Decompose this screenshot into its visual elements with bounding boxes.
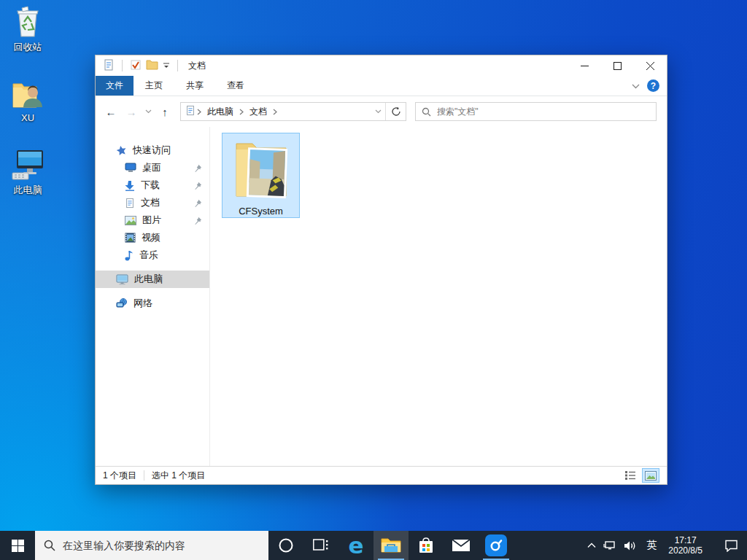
desktop-icon bbox=[125, 163, 136, 173]
minimize-button[interactable] bbox=[568, 55, 601, 76]
folder-thumbnail-icon bbox=[228, 138, 295, 204]
expand-ribbon-button[interactable] bbox=[632, 81, 640, 91]
music-icon bbox=[125, 250, 133, 261]
sidebar-item-desktop[interactable]: 桌面 bbox=[96, 159, 209, 176]
file-explorer-button[interactable] bbox=[374, 531, 409, 560]
sidebar-item-network[interactable]: 网络 bbox=[96, 295, 209, 312]
desktop-icon-xu[interactable]: XU bbox=[1, 77, 54, 123]
store-icon bbox=[418, 537, 434, 554]
network-icon bbox=[116, 298, 128, 308]
explorer-window: 文档 文件 主页 共享 查看 bbox=[95, 55, 667, 485]
caption-buttons bbox=[568, 55, 667, 76]
tab-home[interactable]: 主页 bbox=[133, 76, 174, 96]
sidebar-item-quick-access[interactable]: 快速访问 bbox=[96, 141, 209, 159]
file-explorer-icon bbox=[381, 537, 401, 553]
action-center-button[interactable] bbox=[716, 531, 747, 560]
explorer-search-input[interactable] bbox=[437, 106, 650, 117]
desktop-icon-label: XU bbox=[1, 112, 54, 123]
desktop-wallpaper: 回收站 XU bbox=[0, 0, 747, 560]
sidebar-item-this-pc[interactable]: 此电脑 bbox=[96, 271, 209, 288]
sidebar-label: 快速访问 bbox=[133, 144, 171, 157]
crumb-chevron-icon bbox=[273, 109, 277, 115]
address-bar[interactable]: 此电脑 文档 bbox=[180, 102, 406, 121]
crumb-chevron-icon bbox=[239, 109, 244, 115]
tab-view[interactable]: 查看 bbox=[215, 76, 256, 96]
large-icons-view-button[interactable] bbox=[642, 468, 659, 483]
sidebar-label: 此电脑 bbox=[134, 273, 163, 286]
start-button[interactable] bbox=[0, 531, 35, 560]
window-title: 文档 bbox=[188, 60, 206, 72]
status-bar: 1 个项目 选中 1 个项目 bbox=[96, 466, 667, 484]
download-icon bbox=[125, 180, 135, 191]
sidebar-label: 桌面 bbox=[142, 161, 161, 174]
file-list-area[interactable]: CFSystem bbox=[210, 127, 667, 466]
tab-file[interactable]: 文件 bbox=[96, 76, 133, 96]
sidebar-item-pictures[interactable]: 图片 bbox=[96, 211, 209, 229]
mail-button[interactable] bbox=[444, 531, 479, 560]
address-dropdown-button[interactable] bbox=[371, 103, 385, 120]
input-language-indicator[interactable]: 英 bbox=[640, 531, 662, 560]
separator bbox=[122, 60, 123, 71]
sidebar-label: 网络 bbox=[133, 297, 152, 310]
separator bbox=[144, 470, 144, 481]
forward-button[interactable]: → bbox=[122, 102, 141, 121]
edge-icon: e bbox=[348, 534, 363, 557]
mail-icon bbox=[452, 539, 471, 552]
tab-share[interactable]: 共享 bbox=[174, 76, 215, 96]
close-button[interactable] bbox=[634, 55, 667, 76]
tray-expand-button[interactable] bbox=[584, 531, 600, 560]
back-button[interactable]: ← bbox=[101, 102, 120, 121]
breadcrumb-documents[interactable]: 文档 bbox=[245, 103, 271, 120]
refresh-button[interactable] bbox=[385, 103, 406, 120]
pin-icon bbox=[194, 163, 202, 174]
cortana-button[interactable] bbox=[268, 531, 303, 560]
user-folder-icon bbox=[1, 77, 54, 109]
document-icon bbox=[125, 198, 135, 209]
explorer-search-box[interactable] bbox=[415, 102, 657, 121]
sidebar-item-music[interactable]: 音乐 bbox=[96, 246, 209, 264]
breadcrumb-this-pc[interactable]: 此电脑 bbox=[203, 103, 238, 120]
desktop-icon-label: 回收站 bbox=[1, 41, 54, 54]
ribbon-tabs: 文件 主页 共享 查看 ? bbox=[96, 76, 667, 96]
quick-access-toolbar: 文档 bbox=[96, 59, 206, 73]
location-document-icon bbox=[185, 105, 196, 118]
file-item-cfsystem[interactable]: CFSystem bbox=[222, 133, 300, 218]
taskbar-search-box[interactable] bbox=[35, 531, 268, 560]
recent-locations-dropdown[interactable] bbox=[142, 102, 154, 121]
address-bar-row: ← → ↑ 此电脑 文档 bbox=[96, 96, 667, 127]
network-tray-icon[interactable] bbox=[600, 531, 620, 560]
title-bar[interactable]: 文档 bbox=[96, 55, 667, 76]
up-button[interactable]: ↑ bbox=[155, 102, 174, 121]
desktop-icon-this-pc[interactable]: 此电脑 bbox=[1, 149, 54, 197]
clock[interactable]: 17:17 2020/8/5 bbox=[662, 531, 708, 560]
new-folder-button[interactable] bbox=[146, 59, 158, 72]
pin-icon bbox=[194, 216, 202, 227]
taskbar-search-input[interactable] bbox=[63, 540, 260, 551]
sidebar-item-downloads[interactable]: 下载 bbox=[96, 176, 209, 194]
volume-tray-icon[interactable] bbox=[620, 531, 640, 560]
pin-icon bbox=[194, 198, 202, 209]
crumb-chevron-icon bbox=[197, 109, 201, 115]
edge-button[interactable]: e bbox=[338, 531, 374, 560]
properties-button[interactable] bbox=[130, 59, 142, 73]
sidebar-item-videos[interactable]: 视频 bbox=[96, 229, 209, 246]
pc-manager-button[interactable] bbox=[479, 531, 514, 560]
search-icon bbox=[422, 107, 431, 117]
file-name: CFSystem bbox=[239, 206, 283, 217]
sidebar-label: 下载 bbox=[141, 179, 160, 192]
pin-icon bbox=[194, 181, 202, 192]
qat-customize-dropdown[interactable] bbox=[163, 61, 170, 71]
help-button[interactable]: ? bbox=[647, 79, 659, 92]
task-view-button[interactable] bbox=[303, 531, 338, 560]
details-view-button[interactable] bbox=[622, 468, 639, 483]
store-button[interactable] bbox=[409, 531, 444, 560]
navigation-buttons: ← → ↑ bbox=[101, 102, 174, 121]
videos-icon bbox=[125, 233, 136, 243]
pictures-icon bbox=[125, 216, 136, 225]
sidebar-label: 文档 bbox=[141, 196, 160, 209]
items-count: 1 个项目 bbox=[103, 470, 136, 482]
sidebar-item-documents[interactable]: 文档 bbox=[96, 194, 209, 211]
desktop-icon-recycle-bin[interactable]: 回收站 bbox=[1, 6, 54, 54]
maximize-button[interactable] bbox=[601, 55, 634, 76]
selected-count: 选中 1 个项目 bbox=[152, 470, 205, 482]
